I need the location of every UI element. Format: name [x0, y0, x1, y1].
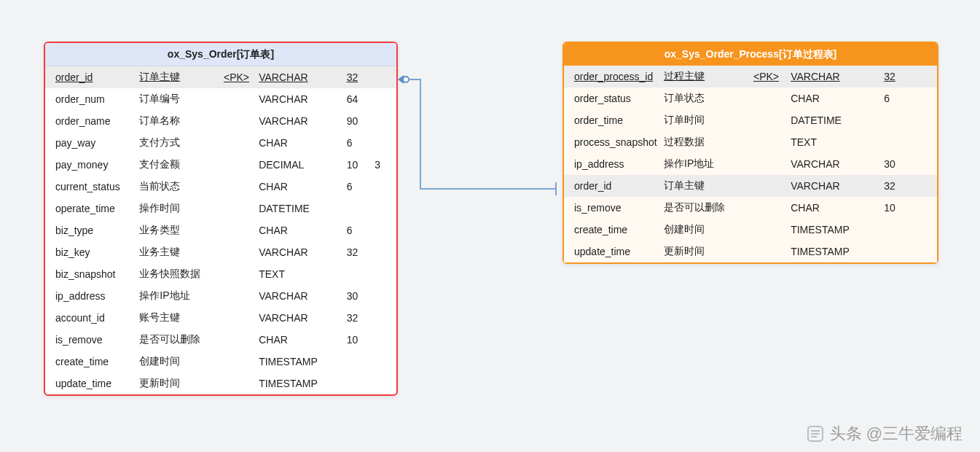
column-label-cn: 创建时间	[661, 219, 750, 241]
column-name: biz_type	[45, 219, 136, 241]
column-scale	[372, 219, 396, 241]
column-scale	[372, 307, 396, 329]
column-name: order_id	[45, 66, 136, 88]
column-pk: <PK>	[221, 66, 256, 88]
column-length	[881, 131, 911, 153]
column-type: DECIMAL	[256, 154, 344, 176]
column-scale	[372, 351, 396, 373]
column-type: VARCHAR	[256, 88, 344, 110]
column-label-cn: 过程主键	[661, 66, 750, 87]
column-type: TIMESTAMP	[256, 351, 344, 373]
column-length: 32	[881, 175, 911, 197]
entity-ox-sys-order[interactable]: ox_Sys_Order[订单表] order_id订单主键<PK>VARCHA…	[44, 42, 398, 396]
column-pk	[750, 87, 788, 109]
column-name: create_time	[45, 351, 136, 373]
table-row: is_remove是否可以删除CHAR10	[45, 329, 396, 351]
table-row: order_process_id过程主键<PK>VARCHAR32	[564, 66, 937, 87]
svg-rect-1	[811, 430, 820, 432]
table-row: order_status订单状态CHAR6	[564, 87, 937, 109]
column-scale	[372, 198, 396, 219]
column-type: VARCHAR	[256, 285, 344, 307]
column-label-cn: 业务快照数据	[136, 263, 221, 285]
column-pk	[221, 285, 256, 307]
table-row: ip_address操作IP地址VARCHAR30	[564, 153, 937, 175]
column-name: order_status	[564, 87, 661, 109]
column-name: ip_address	[45, 285, 136, 307]
column-length	[344, 351, 372, 373]
column-scale	[372, 373, 396, 394]
column-pk	[221, 241, 256, 263]
column-type: CHAR	[256, 132, 344, 154]
column-label-cn: 当前状态	[136, 176, 221, 198]
column-scale	[372, 132, 396, 154]
column-type: TIMESTAMP	[256, 373, 344, 394]
column-type: DATETIME	[256, 198, 344, 219]
column-name: pay_way	[45, 132, 136, 154]
table-row: order_name订单名称VARCHAR90	[45, 110, 396, 132]
column-name: current_status	[45, 176, 136, 198]
column-pk	[221, 263, 256, 285]
column-pk	[750, 197, 788, 219]
table-row: is_remove是否可以删除CHAR10	[564, 197, 937, 219]
column-name: order_process_id	[564, 66, 661, 87]
column-name: update_time	[564, 241, 661, 262]
table-row: current_status当前状态CHAR6	[45, 176, 396, 198]
column-label-cn: 操作时间	[136, 198, 221, 219]
column-name: ip_address	[564, 153, 661, 175]
column-label-cn: 操作IP地址	[661, 153, 750, 175]
column-length	[344, 263, 372, 285]
column-name: biz_snapshot	[45, 263, 136, 285]
column-type: VARCHAR	[788, 66, 881, 87]
column-label-cn: 创建时间	[136, 351, 221, 373]
column-label-cn: 订单时间	[661, 109, 750, 131]
column-scale	[372, 66, 396, 88]
column-scale	[372, 285, 396, 307]
column-type: TEXT	[788, 131, 881, 153]
column-scale	[911, 66, 937, 87]
column-length: 10	[881, 197, 911, 219]
column-pk	[221, 154, 256, 176]
column-scale	[911, 175, 937, 197]
column-scale	[911, 153, 937, 175]
column-pk	[750, 131, 788, 153]
column-pk	[750, 153, 788, 175]
column-name: order_time	[564, 109, 661, 131]
column-pk	[750, 219, 788, 241]
column-pk	[750, 241, 788, 262]
column-name: create_time	[564, 219, 661, 241]
watermark: 头条 @三牛爱编程	[807, 423, 963, 445]
table-row: biz_key业务主键VARCHAR32	[45, 241, 396, 263]
column-label-cn: 账号主键	[136, 307, 221, 329]
column-type: CHAR	[256, 219, 344, 241]
table-row: ip_address操作IP地址VARCHAR30	[45, 285, 396, 307]
column-label-cn: 支付方式	[136, 132, 221, 154]
column-scale	[911, 241, 937, 262]
column-length	[881, 109, 911, 131]
column-length: 32	[881, 66, 911, 87]
table-row: order_id订单主键VARCHAR32	[564, 175, 937, 197]
column-scale	[372, 176, 396, 198]
column-scale	[911, 197, 937, 219]
column-label-cn: 是否可以删除	[136, 329, 221, 351]
entity-ox-sys-order-process[interactable]: ox_Sys_Order_Process[订单过程表] order_proces…	[562, 42, 938, 264]
table-row: update_time更新时间TIMESTAMP	[564, 241, 937, 262]
column-label-cn: 支付金额	[136, 154, 221, 176]
table-row: biz_type业务类型CHAR6	[45, 219, 396, 241]
column-length	[344, 373, 372, 394]
table-row: biz_snapshot业务快照数据TEXT	[45, 263, 396, 285]
table-row: order_time订单时间DATETIME	[564, 109, 937, 131]
relationship-connector	[398, 73, 562, 194]
column-label-cn: 业务类型	[136, 219, 221, 241]
svg-rect-2	[811, 433, 820, 435]
column-name: process_snapshot	[564, 131, 661, 153]
column-type: VARCHAR	[256, 307, 344, 329]
svg-rect-3	[811, 436, 817, 437]
column-pk: <PK>	[750, 66, 788, 87]
column-type: VARCHAR	[256, 66, 344, 88]
column-type: VARCHAR	[788, 175, 881, 197]
column-label-cn: 订单名称	[136, 110, 221, 132]
column-label-cn: 是否可以删除	[661, 197, 750, 219]
column-pk	[221, 307, 256, 329]
column-label-cn: 更新时间	[136, 373, 221, 394]
column-scale	[372, 88, 396, 110]
